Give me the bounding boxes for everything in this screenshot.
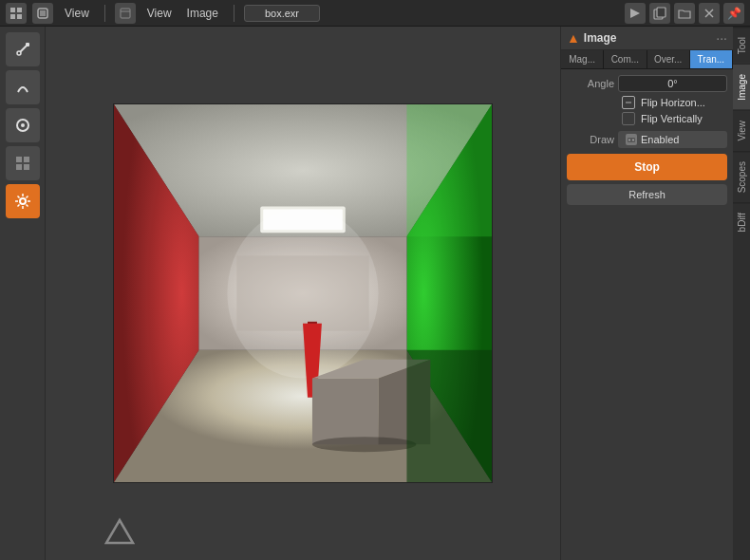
sub-tab-com[interactable]: Com... bbox=[604, 50, 647, 68]
svg-rect-2 bbox=[10, 14, 15, 19]
svg-marker-34 bbox=[312, 379, 379, 445]
side-tab-tool[interactable]: Tool bbox=[733, 27, 750, 64]
angle-row: Angle 0° bbox=[567, 75, 727, 92]
panel-title-text: Image bbox=[584, 31, 617, 45]
svg-point-44 bbox=[632, 140, 634, 141]
sub-tabs-bar: Mag... Com... Over... Tran... bbox=[561, 50, 733, 69]
svg-point-37 bbox=[312, 437, 416, 452]
svg-rect-3 bbox=[17, 14, 22, 19]
flip-vertical-row: Flip Vertically bbox=[567, 112, 727, 125]
svg-marker-8 bbox=[630, 9, 640, 18]
close-icon[interactable] bbox=[699, 3, 720, 24]
workspace-icon[interactable] bbox=[6, 3, 27, 24]
draw-label: Draw bbox=[567, 134, 614, 145]
view-menu-item2[interactable]: View bbox=[141, 5, 178, 22]
svg-rect-21 bbox=[24, 164, 29, 170]
view-menu-item[interactable]: View bbox=[59, 5, 95, 22]
svg-rect-5 bbox=[40, 10, 46, 16]
svg-point-22 bbox=[20, 198, 26, 204]
right-panel-inner: ▲ Image ··· Mag... Com... Over... Tran..… bbox=[561, 27, 750, 560]
image-properties-section: Angle 0° Flip Horizon... bbox=[561, 69, 733, 211]
panel-title: ▲ Image bbox=[567, 30, 617, 46]
side-tab-view[interactable]: View bbox=[733, 110, 750, 151]
pin-icon[interactable]: 📌 bbox=[723, 3, 744, 24]
folder-icon[interactable] bbox=[674, 3, 695, 24]
flip-horizontal-checkbox[interactable] bbox=[622, 96, 635, 109]
svg-rect-19 bbox=[24, 157, 29, 162]
sample-tool[interactable] bbox=[6, 70, 40, 104]
render-viewport[interactable] bbox=[113, 103, 493, 483]
divider1 bbox=[104, 5, 105, 22]
rendered-scene bbox=[114, 104, 492, 482]
panel-options-icon[interactable]: ··· bbox=[716, 30, 727, 46]
side-tab-image[interactable]: Image bbox=[733, 64, 750, 110]
svg-rect-15 bbox=[26, 43, 29, 47]
angle-label: Angle bbox=[567, 78, 614, 89]
filename-display[interactable]: box.exr bbox=[244, 5, 320, 22]
view-menu2: View Image bbox=[141, 5, 224, 22]
svg-marker-31 bbox=[236, 255, 368, 331]
svg-marker-41 bbox=[106, 520, 133, 543]
draw-status-text: Enabled bbox=[641, 134, 679, 145]
svg-rect-6 bbox=[121, 9, 130, 18]
circle-tool[interactable] bbox=[6, 108, 40, 142]
image-menu-item[interactable]: Image bbox=[181, 5, 224, 22]
svg-point-43 bbox=[628, 140, 630, 141]
image-header-icon: ▲ bbox=[567, 30, 580, 46]
refresh-button[interactable]: Refresh bbox=[567, 184, 727, 205]
svg-rect-0 bbox=[10, 8, 15, 12]
draw-enabled-button[interactable]: Enabled bbox=[618, 131, 727, 148]
svg-rect-1 bbox=[17, 8, 22, 12]
svg-marker-40 bbox=[406, 104, 492, 236]
sub-tab-over[interactable]: Over... bbox=[647, 50, 690, 68]
draw-icon bbox=[626, 134, 637, 145]
sub-tab-tran[interactable]: Tran... bbox=[690, 50, 733, 68]
copy-icon[interactable] bbox=[649, 3, 670, 24]
svg-rect-10 bbox=[657, 8, 666, 17]
eyedropper-tool[interactable] bbox=[6, 32, 40, 66]
mode-icon[interactable] bbox=[32, 3, 53, 24]
svg-rect-18 bbox=[16, 157, 22, 162]
top-bar: View View Image box.exr bbox=[0, 0, 750, 27]
angle-value[interactable]: 0° bbox=[618, 75, 727, 92]
svg-marker-39 bbox=[406, 350, 492, 482]
flip-vertical-label: Flip Vertically bbox=[641, 113, 703, 124]
settings-tool[interactable] bbox=[6, 184, 40, 218]
svg-point-14 bbox=[17, 51, 21, 55]
divider2 bbox=[234, 5, 234, 22]
canvas-area bbox=[46, 27, 560, 560]
stop-button-wrapper: Stop bbox=[567, 154, 727, 180]
svg-point-17 bbox=[21, 123, 25, 127]
view-menu: View bbox=[59, 5, 95, 22]
side-tab-bdiff[interactable]: bDiff bbox=[733, 202, 750, 241]
panel-header: ▲ Image ··· bbox=[561, 27, 733, 50]
draw-row: Draw Enabled bbox=[567, 131, 727, 148]
right-panel: ▲ Image ··· Mag... Com... Over... Tran..… bbox=[560, 27, 750, 560]
left-toolbar bbox=[0, 27, 46, 560]
blender-logo bbox=[103, 516, 137, 551]
stop-button[interactable]: Stop bbox=[567, 154, 727, 180]
render-icon[interactable] bbox=[625, 3, 646, 24]
editor-type-icon[interactable] bbox=[115, 3, 136, 24]
top-bar-right-icons: 📌 bbox=[625, 3, 744, 24]
grid-tool[interactable] bbox=[6, 146, 40, 180]
main-layout: ▲ Image ··· Mag... Com... Over... Tran..… bbox=[0, 27, 750, 560]
svg-rect-20 bbox=[16, 164, 22, 170]
side-tab-scopes[interactable]: Scopes bbox=[733, 151, 750, 202]
flip-vertical-checkbox[interactable] bbox=[622, 112, 635, 125]
vertical-side-tabs: Tool Image View Scopes bDiff bbox=[733, 27, 750, 560]
panel-content-area: ▲ Image ··· Mag... Com... Over... Tran..… bbox=[561, 27, 733, 560]
flip-horizontal-row: Flip Horizon... bbox=[567, 96, 727, 109]
sub-tab-mag[interactable]: Mag... bbox=[561, 50, 604, 68]
flip-horizontal-label: Flip Horizon... bbox=[641, 97, 705, 108]
